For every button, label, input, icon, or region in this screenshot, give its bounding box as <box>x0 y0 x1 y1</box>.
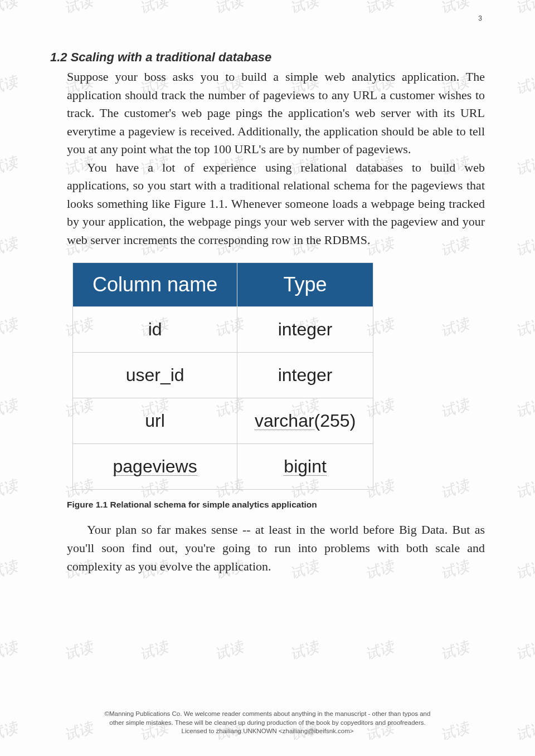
table-header-colname: Column name <box>73 263 237 307</box>
paragraph-3: Your plan so far makes sense -- at least… <box>67 521 485 575</box>
col-type: bigint <box>237 444 373 490</box>
col-name: pageviews <box>73 444 237 490</box>
table-row: user_id integer <box>73 353 373 398</box>
footer-line: ©Manning Publications Co. We welcome rea… <box>0 710 535 719</box>
table-header-row: Column name Type <box>73 263 373 307</box>
table-row: url varchar(255) <box>73 398 373 444</box>
section-heading: 1.2 Scaling with a traditional database <box>50 50 485 65</box>
col-name: url <box>73 398 237 444</box>
paragraph-1: Suppose your boss asks you to build a si… <box>67 68 485 159</box>
page-footer: ©Manning Publications Co. We welcome rea… <box>0 710 535 736</box>
col-type: integer <box>237 353 373 398</box>
col-type: integer <box>237 307 373 353</box>
paragraph-2: You have a lot of experience using relat… <box>67 159 485 250</box>
footer-line: other simple mistakes. These will be cle… <box>0 719 535 728</box>
table-row: pageviews bigint <box>73 444 373 490</box>
page-content: 1.2 Scaling with a traditional database … <box>0 0 535 589</box>
col-name: user_id <box>73 353 237 398</box>
schema-table: Column name Type id integer user_id inte… <box>72 262 373 490</box>
col-type: varchar(255) <box>237 398 373 444</box>
footer-line: Licensed to zhailiang UNKNOWN <zhailiang… <box>0 727 535 736</box>
table-row: id integer <box>73 307 373 353</box>
figure-caption: Figure 1.1 Relational schema for simple … <box>67 500 485 510</box>
table-header-type: Type <box>237 263 373 307</box>
col-name: id <box>73 307 237 353</box>
